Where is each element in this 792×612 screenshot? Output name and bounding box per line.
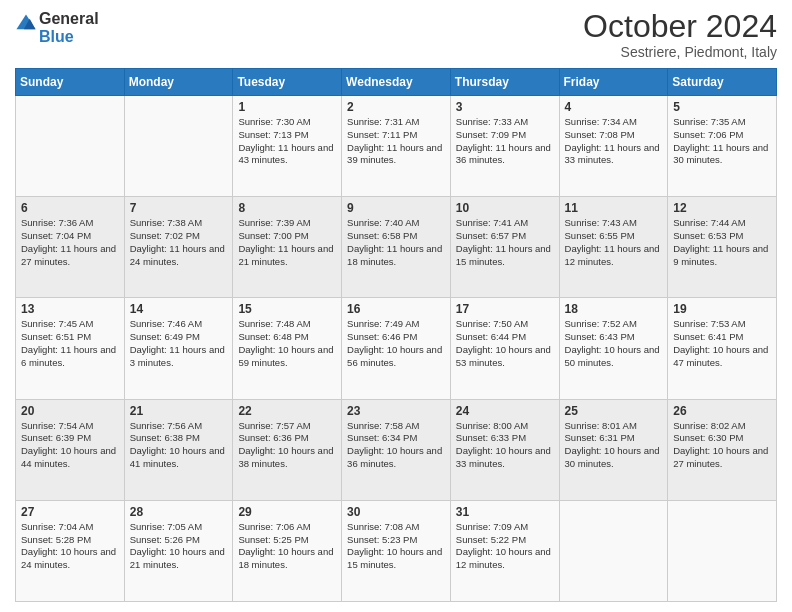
day-number: 24 <box>456 404 554 418</box>
cell-info: Sunrise: 7:52 AMSunset: 6:43 PMDaylight:… <box>565 318 663 369</box>
day-number: 6 <box>21 201 119 215</box>
day-number: 10 <box>456 201 554 215</box>
day-number: 20 <box>21 404 119 418</box>
cell-info: Sunrise: 7:30 AMSunset: 7:13 PMDaylight:… <box>238 116 336 167</box>
cell-info: Sunrise: 7:49 AMSunset: 6:46 PMDaylight:… <box>347 318 445 369</box>
calendar-header-row: Sunday Monday Tuesday Wednesday Thursday… <box>16 69 777 96</box>
cell-info: Sunrise: 7:39 AMSunset: 7:00 PMDaylight:… <box>238 217 336 268</box>
col-saturday: Saturday <box>668 69 777 96</box>
calendar-cell: 5Sunrise: 7:35 AMSunset: 7:06 PMDaylight… <box>668 96 777 197</box>
day-number: 8 <box>238 201 336 215</box>
day-number: 27 <box>21 505 119 519</box>
cell-info: Sunrise: 7:43 AMSunset: 6:55 PMDaylight:… <box>565 217 663 268</box>
cell-info: Sunrise: 7:50 AMSunset: 6:44 PMDaylight:… <box>456 318 554 369</box>
cell-info: Sunrise: 7:53 AMSunset: 6:41 PMDaylight:… <box>673 318 771 369</box>
cell-info: Sunrise: 7:34 AMSunset: 7:08 PMDaylight:… <box>565 116 663 167</box>
calendar-cell: 8Sunrise: 7:39 AMSunset: 7:00 PMDaylight… <box>233 197 342 298</box>
calendar-cell: 16Sunrise: 7:49 AMSunset: 6:46 PMDayligh… <box>342 298 451 399</box>
col-tuesday: Tuesday <box>233 69 342 96</box>
day-number: 14 <box>130 302 228 316</box>
day-number: 25 <box>565 404 663 418</box>
day-number: 30 <box>347 505 445 519</box>
calendar-cell: 4Sunrise: 7:34 AMSunset: 7:08 PMDaylight… <box>559 96 668 197</box>
day-number: 15 <box>238 302 336 316</box>
cell-info: Sunrise: 7:09 AMSunset: 5:22 PMDaylight:… <box>456 521 554 572</box>
day-number: 18 <box>565 302 663 316</box>
col-sunday: Sunday <box>16 69 125 96</box>
day-number: 12 <box>673 201 771 215</box>
cell-info: Sunrise: 7:46 AMSunset: 6:49 PMDaylight:… <box>130 318 228 369</box>
page: General Blue October 2024 Sestriere, Pie… <box>0 0 792 612</box>
calendar-week-row: 20Sunrise: 7:54 AMSunset: 6:39 PMDayligh… <box>16 399 777 500</box>
day-number: 21 <box>130 404 228 418</box>
day-number: 13 <box>21 302 119 316</box>
logo-icon <box>15 13 37 35</box>
calendar-cell: 6Sunrise: 7:36 AMSunset: 7:04 PMDaylight… <box>16 197 125 298</box>
cell-info: Sunrise: 7:06 AMSunset: 5:25 PMDaylight:… <box>238 521 336 572</box>
cell-info: Sunrise: 7:48 AMSunset: 6:48 PMDaylight:… <box>238 318 336 369</box>
day-number: 26 <box>673 404 771 418</box>
cell-info: Sunrise: 7:54 AMSunset: 6:39 PMDaylight:… <box>21 420 119 471</box>
calendar-cell: 2Sunrise: 7:31 AMSunset: 7:11 PMDaylight… <box>342 96 451 197</box>
day-number: 19 <box>673 302 771 316</box>
cell-info: Sunrise: 7:31 AMSunset: 7:11 PMDaylight:… <box>347 116 445 167</box>
calendar-cell: 22Sunrise: 7:57 AMSunset: 6:36 PMDayligh… <box>233 399 342 500</box>
day-number: 7 <box>130 201 228 215</box>
title-block: October 2024 Sestriere, Piedmont, Italy <box>583 10 777 60</box>
calendar-cell: 29Sunrise: 7:06 AMSunset: 5:25 PMDayligh… <box>233 500 342 601</box>
cell-info: Sunrise: 7:36 AMSunset: 7:04 PMDaylight:… <box>21 217 119 268</box>
calendar-cell: 15Sunrise: 7:48 AMSunset: 6:48 PMDayligh… <box>233 298 342 399</box>
day-number: 17 <box>456 302 554 316</box>
calendar-cell: 7Sunrise: 7:38 AMSunset: 7:02 PMDaylight… <box>124 197 233 298</box>
location: Sestriere, Piedmont, Italy <box>583 44 777 60</box>
day-number: 9 <box>347 201 445 215</box>
day-number: 1 <box>238 100 336 114</box>
calendar-cell: 1Sunrise: 7:30 AMSunset: 7:13 PMDaylight… <box>233 96 342 197</box>
calendar-cell: 17Sunrise: 7:50 AMSunset: 6:44 PMDayligh… <box>450 298 559 399</box>
calendar-cell: 23Sunrise: 7:58 AMSunset: 6:34 PMDayligh… <box>342 399 451 500</box>
cell-info: Sunrise: 7:38 AMSunset: 7:02 PMDaylight:… <box>130 217 228 268</box>
calendar-cell: 3Sunrise: 7:33 AMSunset: 7:09 PMDaylight… <box>450 96 559 197</box>
calendar-week-row: 1Sunrise: 7:30 AMSunset: 7:13 PMDaylight… <box>16 96 777 197</box>
col-wednesday: Wednesday <box>342 69 451 96</box>
calendar-cell <box>16 96 125 197</box>
month-title: October 2024 <box>583 10 777 42</box>
cell-info: Sunrise: 7:56 AMSunset: 6:38 PMDaylight:… <box>130 420 228 471</box>
calendar-cell: 9Sunrise: 7:40 AMSunset: 6:58 PMDaylight… <box>342 197 451 298</box>
calendar-cell: 31Sunrise: 7:09 AMSunset: 5:22 PMDayligh… <box>450 500 559 601</box>
cell-info: Sunrise: 7:04 AMSunset: 5:28 PMDaylight:… <box>21 521 119 572</box>
calendar-cell: 25Sunrise: 8:01 AMSunset: 6:31 PMDayligh… <box>559 399 668 500</box>
day-number: 29 <box>238 505 336 519</box>
calendar-cell <box>559 500 668 601</box>
cell-info: Sunrise: 7:40 AMSunset: 6:58 PMDaylight:… <box>347 217 445 268</box>
calendar-cell <box>124 96 233 197</box>
col-thursday: Thursday <box>450 69 559 96</box>
day-number: 2 <box>347 100 445 114</box>
calendar-cell: 12Sunrise: 7:44 AMSunset: 6:53 PMDayligh… <box>668 197 777 298</box>
calendar-cell: 18Sunrise: 7:52 AMSunset: 6:43 PMDayligh… <box>559 298 668 399</box>
calendar-cell: 13Sunrise: 7:45 AMSunset: 6:51 PMDayligh… <box>16 298 125 399</box>
day-number: 22 <box>238 404 336 418</box>
calendar-cell: 11Sunrise: 7:43 AMSunset: 6:55 PMDayligh… <box>559 197 668 298</box>
calendar-cell: 10Sunrise: 7:41 AMSunset: 6:57 PMDayligh… <box>450 197 559 298</box>
cell-info: Sunrise: 7:57 AMSunset: 6:36 PMDaylight:… <box>238 420 336 471</box>
day-number: 3 <box>456 100 554 114</box>
day-number: 11 <box>565 201 663 215</box>
day-number: 5 <box>673 100 771 114</box>
calendar-cell: 28Sunrise: 7:05 AMSunset: 5:26 PMDayligh… <box>124 500 233 601</box>
day-number: 16 <box>347 302 445 316</box>
cell-info: Sunrise: 7:44 AMSunset: 6:53 PMDaylight:… <box>673 217 771 268</box>
calendar-cell: 26Sunrise: 8:02 AMSunset: 6:30 PMDayligh… <box>668 399 777 500</box>
cell-info: Sunrise: 7:58 AMSunset: 6:34 PMDaylight:… <box>347 420 445 471</box>
cell-info: Sunrise: 7:08 AMSunset: 5:23 PMDaylight:… <box>347 521 445 572</box>
calendar-table: Sunday Monday Tuesday Wednesday Thursday… <box>15 68 777 602</box>
calendar-week-row: 6Sunrise: 7:36 AMSunset: 7:04 PMDaylight… <box>16 197 777 298</box>
calendar-week-row: 27Sunrise: 7:04 AMSunset: 5:28 PMDayligh… <box>16 500 777 601</box>
cell-info: Sunrise: 7:05 AMSunset: 5:26 PMDaylight:… <box>130 521 228 572</box>
calendar-cell: 24Sunrise: 8:00 AMSunset: 6:33 PMDayligh… <box>450 399 559 500</box>
logo: General Blue <box>15 10 99 45</box>
calendar-cell: 27Sunrise: 7:04 AMSunset: 5:28 PMDayligh… <box>16 500 125 601</box>
cell-info: Sunrise: 7:45 AMSunset: 6:51 PMDaylight:… <box>21 318 119 369</box>
calendar-cell: 30Sunrise: 7:08 AMSunset: 5:23 PMDayligh… <box>342 500 451 601</box>
header: General Blue October 2024 Sestriere, Pie… <box>15 10 777 60</box>
